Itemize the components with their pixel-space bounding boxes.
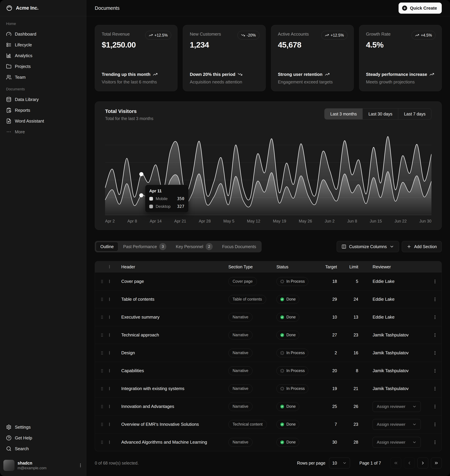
limit-value[interactable]: 23 (338, 333, 366, 337)
sidebar-item-more[interactable]: More (3, 126, 83, 137)
row-header[interactable]: Overview of EMR's Innovative Solutions (121, 422, 228, 427)
range-last-3-months[interactable]: Last 3 months (325, 109, 362, 119)
last-page-button[interactable] (431, 458, 442, 468)
row-checkbox[interactable] (109, 423, 110, 426)
target-value[interactable]: 2 (320, 350, 338, 355)
row-menu-button[interactable] (430, 295, 440, 304)
limit-value[interactable]: 21 (338, 386, 366, 391)
drag-handle[interactable] (95, 297, 109, 302)
target-value[interactable]: 7 (320, 422, 338, 427)
drag-handle[interactable] (95, 369, 109, 373)
row-menu-button[interactable] (430, 420, 440, 429)
row-menu-button[interactable] (430, 384, 440, 393)
row-checkbox[interactable] (109, 351, 110, 355)
range-last-7-days[interactable]: Last 7 days (398, 109, 431, 119)
limit-value[interactable]: 24 (338, 297, 366, 302)
row-checkbox[interactable] (109, 280, 110, 283)
assign-reviewer-select[interactable]: Assign reviewer (373, 419, 421, 430)
assign-reviewer-select[interactable]: Assign reviewer (373, 437, 421, 448)
tab-focus-documents[interactable]: Focus Documents (218, 242, 261, 251)
limit-value[interactable]: 5 (338, 279, 366, 284)
target-value[interactable]: 27 (320, 333, 338, 337)
row-checkbox[interactable] (109, 315, 110, 319)
next-page-button[interactable] (417, 458, 428, 468)
tooltip-label: Mobile (156, 196, 168, 201)
sidebar-item-settings[interactable]: Settings (3, 422, 83, 433)
sidebar-group-label: Documents (3, 87, 83, 91)
row-checkbox[interactable] (109, 297, 110, 301)
row-menu-button[interactable] (430, 366, 440, 376)
sidebar-item-team[interactable]: Team (3, 72, 83, 83)
row-menu-button[interactable] (430, 402, 440, 411)
sidebar-item-analytics[interactable]: Analytics (3, 50, 83, 61)
row-checkbox[interactable] (109, 387, 110, 390)
row-header[interactable]: Innovation and Advantages (121, 404, 228, 409)
row-header[interactable]: Advanced Algorithms and Machine Learning (121, 440, 228, 445)
sidebar-item-search[interactable]: Search (3, 443, 83, 454)
row-header[interactable]: Cover page (121, 279, 228, 284)
row-header[interactable]: Design (121, 350, 228, 355)
limit-value[interactable]: 13 (338, 315, 366, 319)
rows-per-page-select[interactable]: 10 (329, 458, 350, 468)
user-menu[interactable]: shadcn m@example.com (1, 457, 85, 474)
drag-handle[interactable] (95, 333, 109, 337)
sidebar-item-data-library[interactable]: Data Library (3, 94, 83, 105)
drag-handle[interactable] (95, 279, 109, 284)
tab-key-personnel[interactable]: Key Personnel2 (171, 242, 217, 251)
assign-reviewer-select[interactable]: Assign reviewer (373, 401, 421, 412)
row-menu-button[interactable] (430, 330, 440, 340)
drag-handle[interactable] (95, 315, 109, 319)
check-circle-icon (280, 440, 284, 444)
row-header[interactable]: Integration with existing systems (121, 386, 228, 391)
select-all-checkbox[interactable] (109, 265, 110, 268)
trending-down-icon (241, 33, 245, 37)
target-value[interactable]: 30 (320, 440, 338, 445)
target-value[interactable]: 10 (320, 315, 338, 319)
row-menu-button[interactable] (430, 313, 440, 322)
row-header[interactable]: Technical approach (121, 332, 228, 338)
row-header[interactable]: Table of contents (121, 297, 228, 302)
sidebar-item-word-assistant[interactable]: Word Assistant (3, 116, 83, 126)
limit-value[interactable]: 16 (338, 350, 366, 355)
prev-page-button[interactable] (404, 458, 415, 468)
stat-card-footer: Down 20% this periodAcquisition needs at… (190, 71, 259, 85)
tab-past-performance[interactable]: Past Performance3 (118, 242, 171, 251)
sidebar-item-get-help[interactable]: Get Help (3, 433, 83, 443)
drag-handle[interactable] (95, 404, 109, 409)
status-label: Done (286, 297, 296, 302)
row-menu-button[interactable] (430, 438, 440, 447)
row-header[interactable]: Executive summary (121, 314, 228, 320)
add-section-button[interactable]: Add Section (402, 241, 442, 252)
chart-plot[interactable]: Apr 11 Mobile 350 Desktop 327 (105, 128, 432, 215)
range-last-30-days[interactable]: Last 30 days (362, 109, 398, 119)
target-value[interactable]: 18 (320, 279, 338, 284)
target-value[interactable]: 20 (320, 368, 338, 373)
row-menu-button[interactable] (430, 277, 440, 286)
target-value[interactable]: 29 (320, 297, 338, 302)
brand[interactable]: Acme Inc. (0, 0, 86, 16)
drag-handle[interactable] (95, 440, 109, 444)
drag-handle[interactable] (95, 422, 109, 427)
target-value[interactable]: 19 (320, 386, 338, 391)
first-page-button[interactable] (391, 458, 401, 468)
sidebar-item-dashboard[interactable]: Dashboard (3, 29, 83, 40)
limit-value[interactable]: 23 (338, 422, 366, 427)
target-value[interactable]: 25 (320, 404, 338, 409)
sidebar-item-projects[interactable]: Projects (3, 61, 83, 72)
drag-handle[interactable] (95, 387, 109, 391)
drag-handle[interactable] (95, 351, 109, 355)
row-checkbox[interactable] (109, 369, 110, 372)
row-menu-button[interactable] (430, 348, 440, 358)
limit-value[interactable]: 8 (338, 368, 366, 373)
tab-outline[interactable]: Outline (96, 242, 118, 251)
quick-create-button[interactable]: Quick Create (399, 3, 442, 14)
row-header[interactable]: Capabilities (121, 368, 228, 373)
sidebar-item-lifecycle[interactable]: Lifecycle (3, 40, 83, 50)
limit-value[interactable]: 26 (338, 404, 366, 409)
sidebar-item-reports[interactable]: Reports (3, 105, 83, 116)
customize-columns-button[interactable]: Customize Columns (337, 241, 399, 252)
row-checkbox[interactable] (109, 405, 110, 408)
row-checkbox[interactable] (109, 441, 110, 444)
limit-value[interactable]: 28 (338, 440, 366, 445)
row-checkbox[interactable] (109, 333, 110, 337)
